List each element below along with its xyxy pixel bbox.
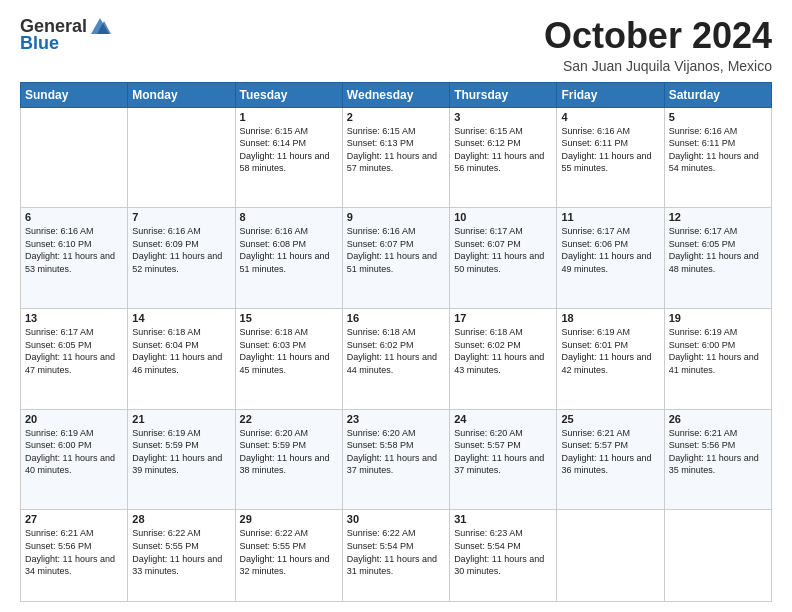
logo-blue-text: Blue: [20, 34, 59, 54]
day-info: Sunrise: 6:16 AM Sunset: 6:07 PM Dayligh…: [347, 225, 445, 275]
calendar-cell: 25Sunrise: 6:21 AM Sunset: 5:57 PM Dayli…: [557, 409, 664, 510]
logo-icon: [89, 16, 111, 38]
day-info: Sunrise: 6:20 AM Sunset: 5:57 PM Dayligh…: [454, 427, 552, 477]
header-tuesday: Tuesday: [235, 82, 342, 107]
calendar-cell: 17Sunrise: 6:18 AM Sunset: 6:02 PM Dayli…: [450, 309, 557, 410]
calendar-cell: 12Sunrise: 6:17 AM Sunset: 6:05 PM Dayli…: [664, 208, 771, 309]
calendar-cell: 18Sunrise: 6:19 AM Sunset: 6:01 PM Dayli…: [557, 309, 664, 410]
day-number: 28: [132, 513, 230, 525]
calendar-cell: 21Sunrise: 6:19 AM Sunset: 5:59 PM Dayli…: [128, 409, 235, 510]
day-number: 8: [240, 211, 338, 223]
calendar-cell: 8Sunrise: 6:16 AM Sunset: 6:08 PM Daylig…: [235, 208, 342, 309]
day-info: Sunrise: 6:19 AM Sunset: 6:01 PM Dayligh…: [561, 326, 659, 376]
day-info: Sunrise: 6:16 AM Sunset: 6:11 PM Dayligh…: [669, 125, 767, 175]
day-number: 10: [454, 211, 552, 223]
day-info: Sunrise: 6:15 AM Sunset: 6:13 PM Dayligh…: [347, 125, 445, 175]
day-info: Sunrise: 6:17 AM Sunset: 6:05 PM Dayligh…: [25, 326, 123, 376]
day-number: 17: [454, 312, 552, 324]
day-number: 21: [132, 413, 230, 425]
day-number: 25: [561, 413, 659, 425]
day-number: 24: [454, 413, 552, 425]
day-info: Sunrise: 6:19 AM Sunset: 5:59 PM Dayligh…: [132, 427, 230, 477]
day-number: 15: [240, 312, 338, 324]
day-number: 14: [132, 312, 230, 324]
day-info: Sunrise: 6:18 AM Sunset: 6:04 PM Dayligh…: [132, 326, 230, 376]
header: General Blue October 2024 San Juan Juqui…: [20, 16, 772, 74]
calendar-cell: 14Sunrise: 6:18 AM Sunset: 6:04 PM Dayli…: [128, 309, 235, 410]
calendar-cell: [557, 510, 664, 602]
day-info: Sunrise: 6:15 AM Sunset: 6:12 PM Dayligh…: [454, 125, 552, 175]
day-info: Sunrise: 6:21 AM Sunset: 5:57 PM Dayligh…: [561, 427, 659, 477]
day-number: 9: [347, 211, 445, 223]
calendar-cell: 11Sunrise: 6:17 AM Sunset: 6:06 PM Dayli…: [557, 208, 664, 309]
day-info: Sunrise: 6:16 AM Sunset: 6:11 PM Dayligh…: [561, 125, 659, 175]
calendar-cell: 4Sunrise: 6:16 AM Sunset: 6:11 PM Daylig…: [557, 107, 664, 208]
header-sunday: Sunday: [21, 82, 128, 107]
calendar-cell: [128, 107, 235, 208]
day-info: Sunrise: 6:21 AM Sunset: 5:56 PM Dayligh…: [669, 427, 767, 477]
day-number: 31: [454, 513, 552, 525]
day-info: Sunrise: 6:16 AM Sunset: 6:10 PM Dayligh…: [25, 225, 123, 275]
calendar-cell: 3Sunrise: 6:15 AM Sunset: 6:12 PM Daylig…: [450, 107, 557, 208]
day-number: 6: [25, 211, 123, 223]
location-subtitle: San Juan Juquila Vijanos, Mexico: [544, 58, 772, 74]
calendar-table: Sunday Monday Tuesday Wednesday Thursday…: [20, 82, 772, 602]
day-number: 7: [132, 211, 230, 223]
day-info: Sunrise: 6:18 AM Sunset: 6:02 PM Dayligh…: [454, 326, 552, 376]
day-number: 18: [561, 312, 659, 324]
calendar-cell: 9Sunrise: 6:16 AM Sunset: 6:07 PM Daylig…: [342, 208, 449, 309]
day-info: Sunrise: 6:17 AM Sunset: 6:05 PM Dayligh…: [669, 225, 767, 275]
calendar-cell: 23Sunrise: 6:20 AM Sunset: 5:58 PM Dayli…: [342, 409, 449, 510]
day-info: Sunrise: 6:16 AM Sunset: 6:08 PM Dayligh…: [240, 225, 338, 275]
calendar-week-row: 6Sunrise: 6:16 AM Sunset: 6:10 PM Daylig…: [21, 208, 772, 309]
calendar-cell: 16Sunrise: 6:18 AM Sunset: 6:02 PM Dayli…: [342, 309, 449, 410]
calendar-cell: 31Sunrise: 6:23 AM Sunset: 5:54 PM Dayli…: [450, 510, 557, 602]
day-number: 29: [240, 513, 338, 525]
day-number: 11: [561, 211, 659, 223]
day-info: Sunrise: 6:17 AM Sunset: 6:07 PM Dayligh…: [454, 225, 552, 275]
calendar-cell: 2Sunrise: 6:15 AM Sunset: 6:13 PM Daylig…: [342, 107, 449, 208]
day-number: 5: [669, 111, 767, 123]
calendar-cell: 6Sunrise: 6:16 AM Sunset: 6:10 PM Daylig…: [21, 208, 128, 309]
header-thursday: Thursday: [450, 82, 557, 107]
calendar-cell: 19Sunrise: 6:19 AM Sunset: 6:00 PM Dayli…: [664, 309, 771, 410]
calendar-cell: 10Sunrise: 6:17 AM Sunset: 6:07 PM Dayli…: [450, 208, 557, 309]
day-info: Sunrise: 6:19 AM Sunset: 6:00 PM Dayligh…: [669, 326, 767, 376]
day-info: Sunrise: 6:17 AM Sunset: 6:06 PM Dayligh…: [561, 225, 659, 275]
calendar-cell: 1Sunrise: 6:15 AM Sunset: 6:14 PM Daylig…: [235, 107, 342, 208]
day-number: 22: [240, 413, 338, 425]
calendar-cell: 7Sunrise: 6:16 AM Sunset: 6:09 PM Daylig…: [128, 208, 235, 309]
logo: General Blue: [20, 16, 111, 54]
header-saturday: Saturday: [664, 82, 771, 107]
page: General Blue October 2024 San Juan Juqui…: [0, 0, 792, 612]
calendar-cell: 29Sunrise: 6:22 AM Sunset: 5:55 PM Dayli…: [235, 510, 342, 602]
day-number: 12: [669, 211, 767, 223]
calendar-week-row: 20Sunrise: 6:19 AM Sunset: 6:00 PM Dayli…: [21, 409, 772, 510]
day-info: Sunrise: 6:22 AM Sunset: 5:55 PM Dayligh…: [240, 527, 338, 577]
day-number: 2: [347, 111, 445, 123]
day-number: 16: [347, 312, 445, 324]
calendar-cell: 5Sunrise: 6:16 AM Sunset: 6:11 PM Daylig…: [664, 107, 771, 208]
calendar-cell: 24Sunrise: 6:20 AM Sunset: 5:57 PM Dayli…: [450, 409, 557, 510]
title-block: October 2024 San Juan Juquila Vijanos, M…: [544, 16, 772, 74]
day-number: 23: [347, 413, 445, 425]
calendar-cell: 26Sunrise: 6:21 AM Sunset: 5:56 PM Dayli…: [664, 409, 771, 510]
calendar-cell: 20Sunrise: 6:19 AM Sunset: 6:00 PM Dayli…: [21, 409, 128, 510]
calendar-cell: [664, 510, 771, 602]
day-number: 4: [561, 111, 659, 123]
month-title: October 2024: [544, 16, 772, 56]
day-number: 26: [669, 413, 767, 425]
weekday-header-row: Sunday Monday Tuesday Wednesday Thursday…: [21, 82, 772, 107]
day-info: Sunrise: 6:22 AM Sunset: 5:54 PM Dayligh…: [347, 527, 445, 577]
calendar-cell: 13Sunrise: 6:17 AM Sunset: 6:05 PM Dayli…: [21, 309, 128, 410]
calendar-cell: 15Sunrise: 6:18 AM Sunset: 6:03 PM Dayli…: [235, 309, 342, 410]
day-number: 30: [347, 513, 445, 525]
header-wednesday: Wednesday: [342, 82, 449, 107]
calendar-week-row: 13Sunrise: 6:17 AM Sunset: 6:05 PM Dayli…: [21, 309, 772, 410]
day-info: Sunrise: 6:16 AM Sunset: 6:09 PM Dayligh…: [132, 225, 230, 275]
calendar-cell: [21, 107, 128, 208]
calendar-cell: 22Sunrise: 6:20 AM Sunset: 5:59 PM Dayli…: [235, 409, 342, 510]
day-info: Sunrise: 6:22 AM Sunset: 5:55 PM Dayligh…: [132, 527, 230, 577]
day-number: 20: [25, 413, 123, 425]
day-info: Sunrise: 6:20 AM Sunset: 5:59 PM Dayligh…: [240, 427, 338, 477]
